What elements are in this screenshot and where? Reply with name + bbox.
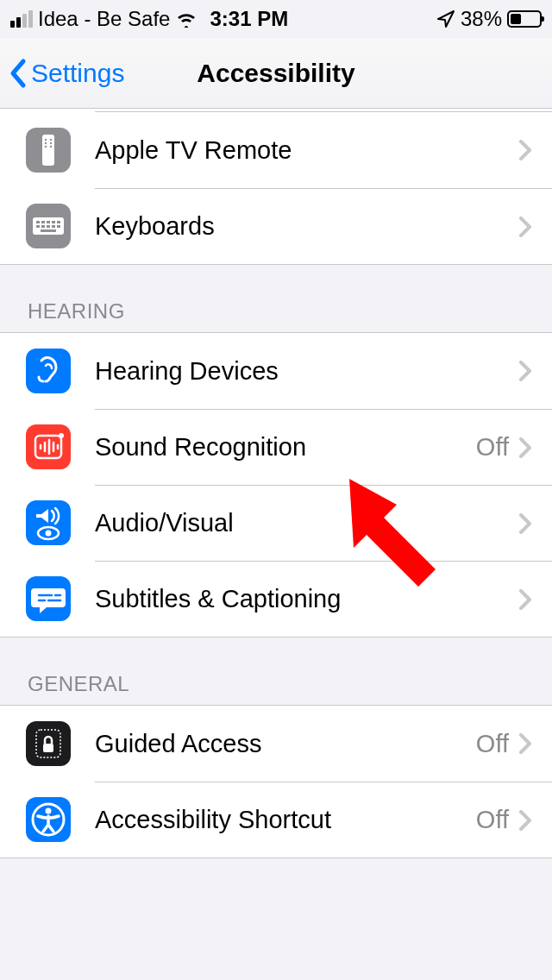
accessibility-icon	[26, 797, 71, 842]
svg-rect-0	[42, 135, 54, 166]
section-header-hearing: HEARING	[0, 265, 552, 332]
svg-rect-13	[36, 225, 40, 228]
chevron-right-icon	[519, 437, 531, 458]
row-value: Off	[476, 433, 509, 462]
time-label: 3:31 PM	[210, 7, 288, 31]
page-title: Accessibility	[197, 59, 354, 88]
chevron-right-icon	[519, 810, 531, 831]
chevron-left-icon	[9, 58, 28, 89]
section-physical-motor-partial: Apple TV Remote Keyboards	[0, 109, 552, 265]
svg-point-6	[50, 146, 52, 148]
svg-rect-11	[52, 221, 55, 223]
svg-point-1	[45, 139, 47, 141]
chevron-right-icon	[519, 140, 531, 160]
svg-rect-16	[52, 225, 55, 228]
svg-rect-33	[43, 744, 53, 752]
svg-point-20	[59, 433, 64, 438]
row-label: Accessibility Shortcut	[95, 806, 466, 834]
row-guided-access[interactable]: Guided Access Off	[0, 706, 552, 782]
chevron-right-icon	[519, 361, 531, 381]
svg-point-5	[45, 146, 47, 148]
carrier-label: Idea - Be Safe	[38, 7, 170, 31]
svg-rect-14	[41, 225, 45, 228]
signal-icon	[10, 10, 33, 28]
svg-rect-18	[41, 229, 56, 232]
svg-point-3	[45, 142, 47, 144]
row-label: Sound Recognition	[95, 433, 466, 462]
svg-rect-15	[47, 225, 50, 228]
row-label: Keyboards	[95, 212, 509, 241]
status-left: Idea - Be Safe 3:31 PM	[10, 7, 288, 31]
row-value: Off	[476, 730, 509, 758]
svg-point-4	[50, 142, 52, 144]
svg-rect-12	[57, 221, 60, 223]
row-apple-tv-remote[interactable]: Apple TV Remote	[0, 112, 552, 188]
navigation-bar: Settings Accessibility	[0, 38, 552, 109]
svg-rect-9	[41, 221, 45, 223]
chevron-right-icon	[519, 589, 531, 610]
row-label: Audio/Visual	[95, 509, 509, 537]
section-general: Guided Access Off Accessibility Shortcut…	[0, 705, 552, 858]
row-accessibility-shortcut[interactable]: Accessibility Shortcut Off	[0, 782, 552, 858]
caption-icon	[26, 576, 71, 621]
ear-icon	[26, 349, 71, 393]
status-right: 38%	[436, 7, 542, 31]
row-value: Off	[476, 806, 509, 834]
row-label: Hearing Devices	[95, 357, 509, 386]
svg-point-27	[46, 531, 52, 537]
chevron-right-icon	[519, 217, 531, 237]
row-subtitles-captioning[interactable]: Subtitles & Captioning	[0, 561, 552, 637]
battery-icon	[507, 10, 542, 28]
row-audio-visual[interactable]: Audio/Visual	[0, 485, 552, 561]
chevron-right-icon	[519, 513, 531, 534]
svg-point-2	[50, 139, 52, 141]
row-keyboards[interactable]: Keyboards	[0, 188, 552, 264]
row-label: Apple TV Remote	[95, 136, 509, 165]
section-hearing: Hearing Devices Sound Recognition Off Au…	[0, 332, 552, 638]
svg-rect-17	[57, 225, 60, 228]
chevron-right-icon	[519, 733, 531, 754]
battery-percentage: 38%	[461, 7, 502, 31]
lock-icon	[26, 721, 71, 766]
back-button[interactable]: Settings	[0, 58, 124, 89]
wifi-icon	[175, 10, 198, 28]
row-label: Guided Access	[95, 730, 466, 758]
location-icon	[436, 9, 455, 28]
section-header-general: GENERAL	[0, 638, 552, 705]
row-hearing-devices[interactable]: Hearing Devices	[0, 333, 552, 409]
apple-tv-remote-icon	[26, 128, 71, 173]
svg-rect-8	[36, 221, 40, 223]
sound-wave-icon	[26, 424, 71, 469]
row-label: Subtitles & Captioning	[95, 585, 509, 613]
speaker-eye-icon	[26, 500, 71, 545]
row-sound-recognition[interactable]: Sound Recognition Off	[0, 409, 552, 485]
status-bar: Idea - Be Safe 3:31 PM 38%	[0, 0, 552, 38]
svg-point-35	[46, 808, 52, 814]
svg-rect-10	[47, 221, 50, 223]
back-label: Settings	[31, 59, 124, 88]
keyboard-icon	[26, 204, 71, 248]
